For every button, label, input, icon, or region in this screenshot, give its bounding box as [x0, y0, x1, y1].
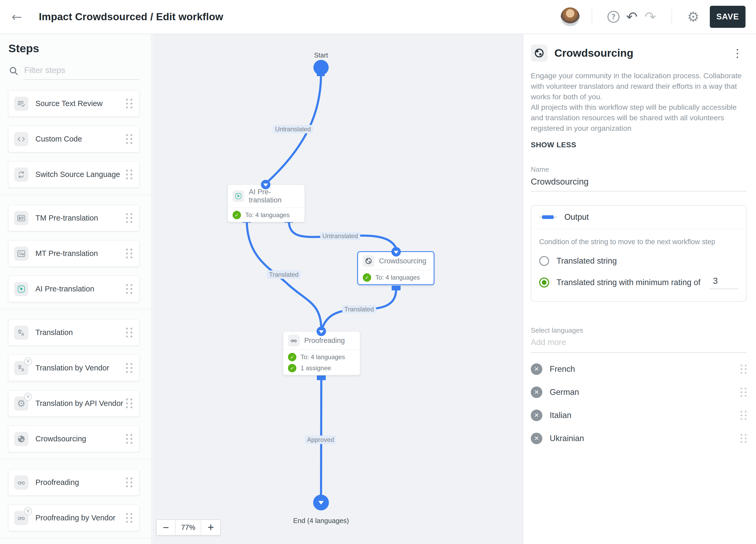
- node-ai-pre-translation[interactable]: AI Pre-translation To: 4 languages: [228, 185, 305, 222]
- step-card-translation-by-vendor[interactable]: A V Translation by Vendor: [8, 355, 139, 381]
- group-divider: [0, 538, 152, 538]
- step-label: TM Pre-translation: [35, 214, 98, 222]
- glasses-icon: V: [14, 511, 28, 525]
- node-title: AI Pre-translation: [249, 188, 300, 204]
- language-name: German: [550, 388, 579, 397]
- step-card-proofreading[interactable]: Proofreading: [8, 469, 139, 496]
- drag-handle-icon[interactable]: [741, 365, 747, 374]
- output-card: Output Condition of the string to move t…: [531, 205, 747, 302]
- start-node-label: Start: [314, 51, 328, 59]
- step-label: AI Pre-translation: [35, 285, 94, 293]
- step-card-crowdsourcing[interactable]: Crowdsourcing: [8, 426, 139, 452]
- node-row: To: 4 languages: [358, 270, 434, 284]
- node-title: Crowdsourcing: [379, 257, 426, 265]
- remove-language-icon[interactable]: [531, 410, 542, 421]
- step-label: Proofreading by Vendor: [35, 514, 115, 522]
- step-label: Source Text Review: [35, 99, 103, 108]
- language-name: French: [550, 364, 575, 374]
- drag-handle-icon[interactable]: [126, 478, 132, 487]
- zoom-out-button[interactable]: −: [157, 520, 176, 535]
- step-card-switch-source-language[interactable]: Switch Source Language: [8, 161, 139, 188]
- end-node-label: End (4 languages): [293, 517, 349, 525]
- panel-header: Crowdsourcing ⋮: [531, 45, 747, 61]
- edge-label: Untranslated: [273, 125, 313, 133]
- drag-handle-icon[interactable]: [126, 363, 132, 373]
- drag-handle-icon[interactable]: [126, 249, 132, 258]
- check-circle-icon: [233, 211, 241, 219]
- user-avatar[interactable]: [561, 7, 580, 26]
- back-arrow-icon[interactable]: ←: [12, 9, 27, 24]
- source-text-review-icon: [14, 97, 28, 111]
- tm-pretranslation-icon: [14, 211, 28, 225]
- topbar-actions: ? ↶ ↷ ⚙ SAVE: [561, 6, 745, 28]
- add-language-input[interactable]: [531, 334, 747, 353]
- help-icon[interactable]: ?: [604, 11, 623, 23]
- step-card-custom-code[interactable]: Custom Code: [8, 126, 139, 152]
- drag-handle-icon[interactable]: [741, 388, 747, 397]
- end-node[interactable]: [313, 495, 329, 510]
- language-row-french: French: [531, 358, 747, 381]
- output-card-header: Output: [531, 206, 746, 229]
- step-label: Proofreading: [35, 478, 79, 487]
- zoom-in-button[interactable]: +: [201, 520, 220, 535]
- drag-handle-icon[interactable]: [126, 513, 132, 523]
- radio-button-selected[interactable]: [539, 278, 549, 287]
- undo-icon[interactable]: ↶: [623, 9, 641, 25]
- drag-handle-icon[interactable]: [126, 399, 132, 408]
- step-label: Crowdsourcing: [35, 435, 86, 443]
- check-circle-icon: [288, 364, 296, 372]
- step-card-tm-pre-translation[interactable]: TM Pre-translation: [8, 205, 139, 231]
- edge-label: Untranslated: [320, 232, 360, 240]
- drag-handle-icon[interactable]: [126, 213, 132, 223]
- step-card-translation-by-api-vendor[interactable]: ⚙ V Translation by API Vendor: [8, 390, 139, 417]
- language-name: Ukrainian: [550, 434, 584, 443]
- drag-handle-icon[interactable]: [126, 284, 132, 294]
- divider: [671, 9, 672, 24]
- selected-languages-list: French German Italian Ukrainian: [531, 358, 747, 450]
- node-row-text: To: 4 languages: [375, 274, 420, 281]
- drag-handle-icon[interactable]: [126, 170, 132, 179]
- name-input[interactable]: [531, 174, 747, 191]
- drag-handle-icon[interactable]: [126, 134, 132, 144]
- gear-icon: ⚙ V: [14, 396, 28, 411]
- filter-steps-input[interactable]: [24, 64, 139, 80]
- vendor-badge: V: [24, 393, 32, 401]
- step-card-ai-pre-translation[interactable]: AI Pre-translation: [8, 276, 139, 302]
- language-row-italian: Italian: [531, 404, 747, 427]
- step-label: MT Pre-translation: [35, 249, 98, 258]
- start-node[interactable]: [313, 60, 329, 75]
- radio-option-translated-string: Translated string: [539, 256, 738, 266]
- remove-language-icon[interactable]: [531, 433, 542, 444]
- save-button[interactable]: SAVE: [710, 6, 745, 28]
- svg-text:G: G: [19, 252, 22, 256]
- output-connector-icon: [539, 217, 557, 218]
- check-circle-icon: [288, 353, 296, 361]
- globe-icon: [531, 45, 548, 61]
- node-proofreading[interactable]: Proofreading To: 4 languages 1 assignee: [283, 331, 360, 375]
- step-card-translation[interactable]: A Translation: [8, 319, 139, 346]
- step-card-mt-pre-translation[interactable]: G MT Pre-translation: [8, 240, 139, 267]
- sidebar-title: Steps: [8, 42, 151, 55]
- drag-handle-icon[interactable]: [741, 434, 747, 443]
- edge-arrow-icon: [317, 327, 326, 336]
- workflow-canvas[interactable]: Start Untranslated Untranslated Translat…: [152, 34, 523, 544]
- node-title: Proofreading: [304, 337, 345, 345]
- remove-language-icon[interactable]: [531, 363, 542, 375]
- gear-icon[interactable]: ⚙: [684, 9, 702, 25]
- mt-pretranslation-icon: G: [14, 247, 28, 261]
- drag-handle-icon[interactable]: [741, 411, 747, 420]
- step-card-proofreading-by-vendor[interactable]: V Proofreading by Vendor: [8, 505, 139, 531]
- translate-icon: A: [14, 326, 28, 340]
- drag-handle-icon[interactable]: [126, 328, 132, 337]
- show-less-link[interactable]: SHOW LESS: [531, 141, 576, 149]
- step-label: Translation by Vendor: [35, 364, 109, 372]
- kebab-menu-icon[interactable]: ⋮: [728, 47, 747, 60]
- minimum-rating-input[interactable]: [709, 276, 738, 289]
- drag-handle-icon[interactable]: [126, 99, 132, 108]
- radio-button[interactable]: [539, 256, 549, 266]
- remove-language-icon[interactable]: [531, 386, 542, 398]
- condition-label: Condition of the string to move to the n…: [539, 238, 738, 246]
- node-row-text: 1 assignee: [301, 364, 331, 372]
- step-card-source-text-review[interactable]: Source Text Review: [8, 90, 139, 117]
- drag-handle-icon[interactable]: [126, 434, 132, 444]
